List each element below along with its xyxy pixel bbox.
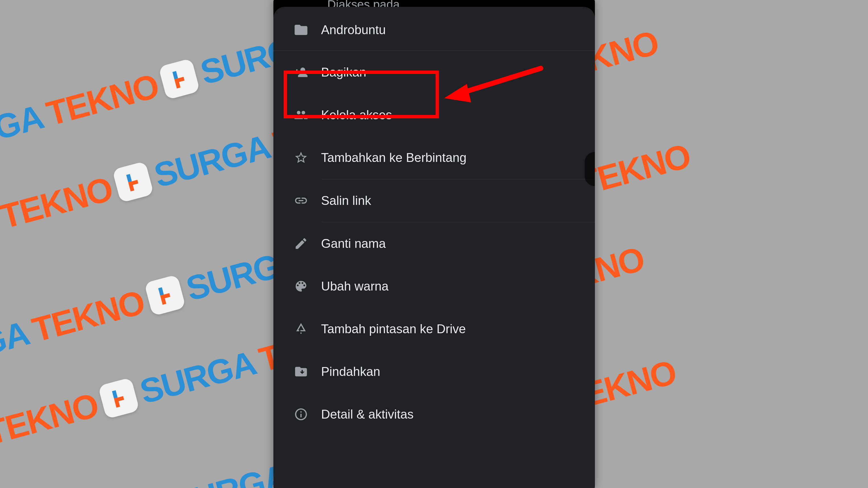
watermark-word2: TEKNO bbox=[0, 169, 116, 236]
scroll-edge-indicator bbox=[585, 152, 595, 186]
menu-item-share[interactable]: Bagikan bbox=[273, 51, 595, 94]
menu-label: Tambah pintasan ke Drive bbox=[321, 322, 466, 336]
phone-screenshot: Diakses pada ... Androbuntu Bagikan bbox=[273, 0, 595, 488]
menu-label: Bagikan bbox=[321, 65, 366, 80]
menu-label: Pindahkan bbox=[321, 365, 380, 379]
drive-shortcut-icon bbox=[293, 321, 309, 337]
menu-item-details[interactable]: Detail & aktivitas bbox=[273, 393, 595, 436]
menu-label: Ubah warna bbox=[321, 279, 389, 293]
menu-label: Detail & aktivitas bbox=[321, 407, 414, 421]
watermark-logo-icon bbox=[158, 58, 200, 100]
watermark-word1: SURGA bbox=[136, 343, 259, 411]
menu-item-manage-access[interactable]: Kelola akses bbox=[273, 94, 595, 136]
watermark-word1: SURGA bbox=[0, 97, 47, 165]
menu-item-rename[interactable]: Ganti nama bbox=[273, 222, 595, 265]
menu-label: Kelola akses bbox=[321, 108, 392, 122]
watermark-logo-icon bbox=[98, 377, 140, 419]
menu-label: Ganti nama bbox=[321, 237, 386, 251]
watermark-word1: SURGA bbox=[168, 456, 291, 488]
menu-item-change-color[interactable]: Ubah warna bbox=[273, 265, 595, 308]
menu-item-add-shortcut[interactable]: Tambah pintasan ke Drive bbox=[273, 308, 595, 350]
watermark-logo-icon bbox=[144, 274, 186, 316]
watermark-word1: SURGA bbox=[0, 313, 33, 381]
watermark-word2: TEKNO bbox=[42, 66, 162, 133]
menu-label: Tambahkan ke Berbintang bbox=[321, 151, 467, 165]
sheet-title: Androbuntu bbox=[321, 23, 386, 37]
menu-item-move[interactable]: Pindahkan bbox=[273, 350, 595, 393]
folder-icon bbox=[293, 22, 309, 37]
people-icon bbox=[293, 107, 309, 123]
watermark-word1: SURGA bbox=[150, 127, 274, 195]
pencil-icon bbox=[293, 236, 309, 251]
sheet-header: Androbuntu bbox=[273, 7, 595, 51]
watermark-word2: TEKNO bbox=[28, 282, 148, 350]
menu-label: Salin link bbox=[321, 193, 371, 208]
watermark-logo-icon bbox=[112, 161, 154, 203]
watermark-word2: TEKNO bbox=[0, 385, 102, 452]
stage: // (placeholder; real cells are static b… bbox=[0, 0, 868, 488]
bottom-sheet: Androbuntu Bagikan Kelola akses bbox=[273, 7, 595, 488]
star-outline-icon bbox=[293, 150, 309, 165]
menu-item-copy-link[interactable]: Salin link bbox=[273, 179, 595, 222]
palette-icon bbox=[293, 279, 309, 294]
person-add-icon bbox=[293, 65, 309, 80]
menu-item-add-star[interactable]: Tambahkan ke Berbintang bbox=[273, 136, 595, 179]
info-icon bbox=[293, 407, 309, 422]
move-to-folder-icon bbox=[293, 364, 309, 379]
link-icon bbox=[293, 193, 309, 208]
menu-list: Bagikan Kelola akses Tambahkan ke Berbin… bbox=[273, 51, 595, 436]
